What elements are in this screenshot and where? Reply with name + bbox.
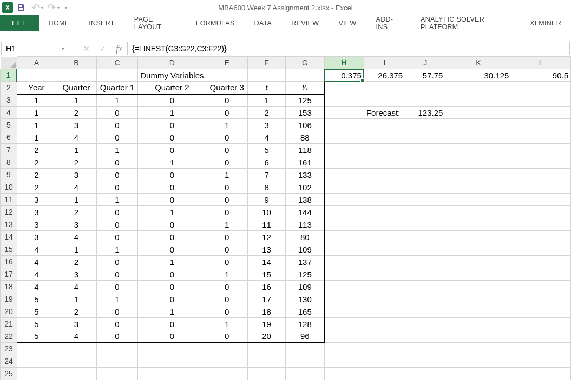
cell-I15[interactable] (364, 243, 405, 256)
cell-A17[interactable]: 4 (17, 268, 56, 281)
cell-B7[interactable]: 1 (56, 144, 97, 156)
cell-B23[interactable] (56, 343, 97, 355)
cell-L20[interactable] (511, 305, 571, 318)
cell-I17[interactable] (364, 268, 405, 281)
cell-K16[interactable] (445, 256, 511, 268)
cell-I16[interactable] (364, 256, 405, 268)
cell-E6[interactable]: 0 (206, 131, 247, 144)
cell-K21[interactable] (445, 318, 511, 330)
name-box-dropdown-icon[interactable]: ▾ (62, 46, 64, 51)
cell-J8[interactable] (405, 156, 445, 169)
cell-E9[interactable]: 1 (206, 169, 247, 181)
row-header-14[interactable]: 14 (1, 231, 17, 243)
row-header-4[interactable]: 4 (1, 107, 17, 119)
cell-J2[interactable] (405, 82, 445, 94)
cell-B18[interactable]: 4 (56, 281, 97, 293)
cell-D24[interactable] (138, 355, 206, 368)
cell-E25[interactable] (206, 368, 247, 380)
cell-A11[interactable]: 3 (17, 194, 56, 206)
cell-E5[interactable]: 1 (206, 119, 247, 131)
column-header-C[interactable]: C (96, 57, 137, 69)
cell-G9[interactable]: 133 (286, 169, 325, 181)
cell-A8[interactable]: 2 (17, 156, 56, 169)
cell-J15[interactable] (405, 243, 445, 256)
tab-home[interactable]: HOME (39, 15, 80, 31)
cell-C12[interactable]: 0 (96, 206, 137, 218)
cell-A3[interactable]: 1 (17, 94, 56, 107)
cell-B11[interactable]: 1 (56, 194, 97, 206)
row-header-2[interactable]: 2 (1, 82, 17, 94)
cell-K12[interactable] (445, 206, 511, 218)
cell-D4[interactable]: 1 (138, 107, 206, 119)
cell-L1[interactable]: 90.5 (511, 69, 571, 82)
cell-A24[interactable] (17, 355, 56, 368)
cell-H6[interactable] (324, 131, 364, 144)
cell-K11[interactable] (445, 194, 511, 206)
column-header-I[interactable]: I (364, 57, 405, 69)
cell-J3[interactable] (405, 94, 445, 107)
cell-L7[interactable] (511, 144, 571, 156)
cell-C8[interactable]: 0 (96, 156, 137, 169)
cell-H1[interactable]: 0.375 (324, 69, 364, 82)
cell-K14[interactable] (445, 231, 511, 243)
cell-H19[interactable] (324, 293, 364, 305)
tab-page-layout[interactable]: PAGE LAYOUT (124, 15, 186, 31)
cell-L19[interactable] (511, 293, 571, 305)
cell-F10[interactable]: 8 (247, 181, 285, 194)
cell-B16[interactable]: 2 (56, 256, 97, 268)
cell-F17[interactable]: 15 (247, 268, 285, 281)
column-header-K[interactable]: K (445, 57, 511, 69)
cell-L10[interactable] (511, 181, 571, 194)
cell-D6[interactable]: 0 (138, 131, 206, 144)
cell-G17[interactable]: 125 (286, 268, 325, 281)
cell-F22[interactable]: 20 (247, 330, 285, 343)
cell-A13[interactable]: 3 (17, 218, 56, 231)
cell-D9[interactable]: 0 (138, 169, 206, 181)
cell-B1[interactable] (56, 69, 97, 82)
row-header-9[interactable]: 9 (1, 169, 17, 181)
cell-E23[interactable] (206, 343, 247, 355)
tab-insert[interactable]: INSERT (79, 15, 124, 31)
cell-L16[interactable] (511, 256, 571, 268)
cell-E15[interactable]: 0 (206, 243, 247, 256)
cell-I6[interactable] (364, 131, 405, 144)
cell-B4[interactable]: 2 (56, 107, 97, 119)
cell-C13[interactable]: 0 (96, 218, 137, 231)
cell-I5[interactable] (364, 119, 405, 131)
cell-K1[interactable]: 30.125 (445, 69, 511, 82)
cell-H16[interactable] (324, 256, 364, 268)
cell-A21[interactable]: 5 (17, 318, 56, 330)
cell-A22[interactable]: 5 (17, 330, 56, 343)
save-icon[interactable] (15, 2, 27, 14)
tab-review[interactable]: REVIEW (281, 15, 329, 31)
cell-J4[interactable]: 123.25 (405, 107, 445, 119)
row-header-23[interactable]: 23 (1, 343, 17, 355)
cell-C10[interactable]: 0 (96, 181, 137, 194)
cell-E10[interactable]: 0 (206, 181, 247, 194)
cell-J19[interactable] (405, 293, 445, 305)
cell-J21[interactable] (405, 318, 445, 330)
row-header-24[interactable]: 24 (1, 355, 17, 368)
cell-E1[interactable] (206, 69, 247, 82)
cell-J25[interactable] (405, 368, 445, 380)
cell-K2[interactable] (445, 82, 511, 94)
cell-H22[interactable] (324, 330, 364, 343)
cell-A19[interactable]: 5 (17, 293, 56, 305)
cell-C7[interactable]: 1 (96, 144, 137, 156)
cell-D3[interactable]: 0 (138, 94, 206, 107)
row-header-10[interactable]: 10 (1, 181, 17, 194)
cell-H7[interactable] (324, 144, 364, 156)
cell-K19[interactable] (445, 293, 511, 305)
cell-L8[interactable] (511, 156, 571, 169)
cell-C15[interactable]: 1 (96, 243, 137, 256)
cell-C19[interactable]: 1 (96, 293, 137, 305)
cell-F3[interactable]: 1 (247, 94, 285, 107)
cell-F18[interactable]: 16 (247, 281, 285, 293)
cell-C22[interactable]: 0 (96, 330, 137, 343)
cell-B20[interactable]: 2 (56, 305, 97, 318)
cell-F24[interactable] (247, 355, 285, 368)
cell-H21[interactable] (324, 318, 364, 330)
cell-L3[interactable] (511, 94, 571, 107)
cell-D17[interactable]: 0 (138, 268, 206, 281)
cell-G7[interactable]: 118 (286, 144, 325, 156)
